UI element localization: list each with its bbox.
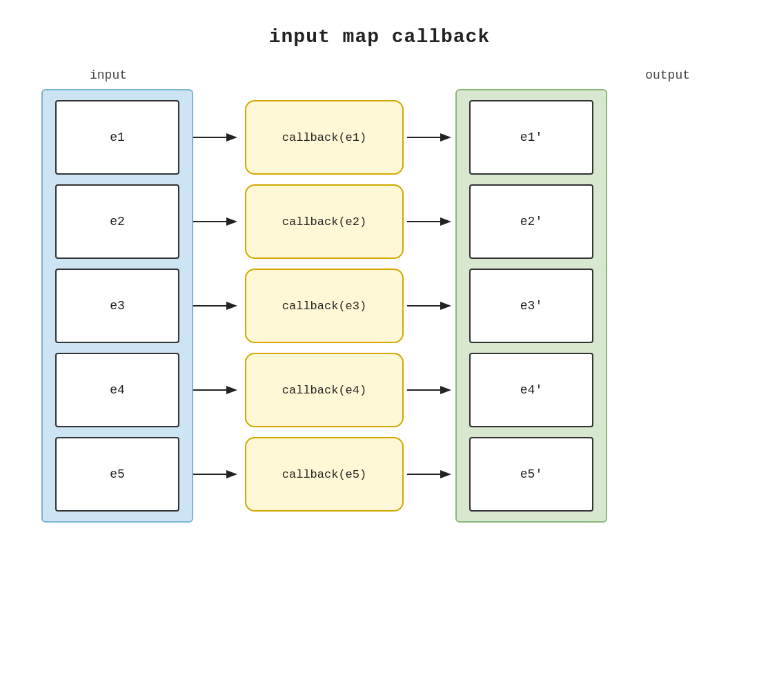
input-label: input — [90, 68, 127, 82]
output-box: e3' — [469, 269, 593, 343]
input-box: e3 — [55, 269, 179, 343]
output-box: e5' — [469, 437, 593, 512]
title-suffix: callback — [379, 26, 490, 48]
column-labels: input output — [41, 68, 718, 82]
callback-box: callback(e3) — [245, 269, 404, 343]
arrow-left — [193, 437, 241, 512]
arrow-right — [407, 100, 455, 175]
arrow-left — [193, 353, 241, 427]
diagram-area: e1e2e3e4e5 — [41, 89, 718, 523]
arrows-left — [193, 90, 241, 521]
page-title: input map callback — [269, 26, 490, 48]
title-bold: map — [343, 26, 379, 48]
arrow-left — [193, 100, 241, 175]
callback-box: callback(e5) — [245, 437, 404, 512]
arrow-right — [407, 269, 455, 343]
arrow-left — [193, 184, 241, 259]
title-prefix: input — [269, 26, 343, 48]
arrow-right — [407, 184, 455, 259]
output-box: e1' — [469, 100, 593, 175]
input-box: e1 — [55, 100, 179, 175]
callback-box: callback(e1) — [245, 100, 404, 175]
callback-box: callback(e2) — [245, 184, 404, 259]
arrows-right — [407, 90, 455, 521]
output-label: output — [645, 68, 690, 82]
arrow-left — [193, 269, 241, 343]
input-column: e1e2e3e4e5 — [41, 89, 193, 523]
input-box: e4 — [55, 353, 179, 427]
input-box: e2 — [55, 184, 179, 259]
callback-column: callback(e1)callback(e2)callback(e3)call… — [241, 90, 407, 521]
output-box: e4' — [469, 353, 593, 427]
callback-box: callback(e4) — [245, 353, 404, 427]
output-box: e2' — [469, 184, 593, 259]
arrow-right — [407, 353, 455, 427]
output-column: e1'e2'e3'e4'e5' — [455, 89, 607, 523]
input-box: e5 — [55, 437, 179, 512]
arrow-right — [407, 437, 455, 512]
